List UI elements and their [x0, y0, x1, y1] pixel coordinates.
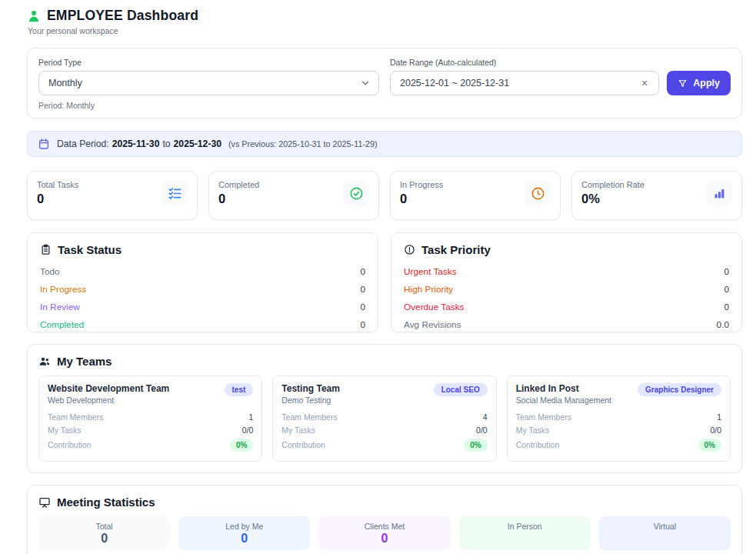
stat-card-label: Completed	[218, 180, 259, 189]
team-contribution-row: Contribution 0%	[48, 436, 253, 453]
checklist-icon	[162, 180, 188, 206]
team-tasks-value: 0/0	[242, 426, 254, 435]
users-icon	[38, 355, 51, 368]
stat-card: Total Tasks 0	[27, 171, 198, 220]
stat-card-label: Completion Rate	[581, 180, 644, 189]
task-priority-row: High Priority 0	[404, 280, 729, 298]
task-status-row-value: 0	[360, 302, 365, 312]
date-range-input[interactable]: 2025-12-01 ~ 2025-12-31 ×	[390, 71, 659, 95]
task-priority-row: Urgent Tasks 0	[404, 262, 729, 280]
task-status-row: Todo 0	[40, 262, 365, 280]
period-type-label: Period Type	[38, 58, 379, 67]
team-contribution-label: Contribution	[48, 440, 92, 449]
status-priority-row: Task Status Todo 0 In Progress 0 In Revi…	[27, 232, 742, 332]
task-status-row-value: 0	[360, 284, 365, 295]
team-members-label: Team Members	[48, 412, 103, 422]
stat-card-value: 0	[218, 192, 259, 206]
meeting-stat-tile: In Person	[459, 516, 591, 550]
meeting-statistics-panel: Meeting Statistics Total 0 Led by Me 0 C…	[27, 485, 742, 554]
team-members-label: Team Members	[516, 412, 571, 422]
team-members-row: Team Members 1	[516, 410, 721, 423]
task-priority-row-label: Overdue Tasks	[404, 302, 464, 312]
task-priority-row-value: 0	[724, 266, 729, 277]
task-status-title: Task Status	[58, 243, 122, 256]
stat-card-label: In Progress	[400, 180, 443, 189]
task-priority-row-value: 0.0	[717, 319, 729, 330]
team-members-value: 1	[248, 412, 253, 422]
task-status-row-label: Todo	[40, 266, 60, 277]
team-tasks-row: My Tasks 0/0	[281, 423, 487, 436]
chevron-down-icon	[360, 78, 371, 88]
presentation-board-icon	[38, 496, 51, 509]
team-role-badge: test	[225, 383, 254, 396]
task-status-panel: Task Status Todo 0 In Progress 0 In Revi…	[27, 232, 378, 332]
task-status-rows: Todo 0 In Progress 0 In Review 0 Complet…	[40, 262, 365, 333]
teams-row: Website Development Team Web Development…	[38, 375, 731, 462]
team-card: Website Development Team Web Development…	[38, 375, 262, 462]
team-tasks-row: My Tasks 0/0	[48, 423, 253, 436]
data-period-banner: Data Period: 2025-11-30 to 2025-12-30 (v…	[27, 131, 742, 157]
stat-card: Completed 0	[208, 171, 379, 220]
meeting-stat-tile: Led by Me 0	[178, 516, 310, 550]
meeting-stat-tile: Clients Met 0	[318, 516, 450, 550]
team-members-value: 4	[483, 412, 488, 422]
team-role-badge: Local SEO	[434, 383, 488, 396]
period-type-value: Monthly	[48, 78, 82, 88]
meeting-stat-label: Led by Me	[185, 522, 304, 531]
team-name: Linked In Post	[516, 383, 611, 394]
meeting-stat-tile: Total 0	[38, 516, 170, 550]
employee-user-icon	[27, 9, 41, 23]
task-status-row: In Progress 0	[40, 280, 365, 298]
meeting-stat-value: 0	[185, 532, 304, 546]
clipboard-icon	[40, 244, 52, 255]
team-contribution-badge: 0%	[230, 439, 253, 452]
team-contribution-row: Contribution 0%	[516, 436, 721, 453]
team-contribution-label: Contribution	[281, 440, 325, 449]
team-category: Social Media Management	[516, 395, 611, 405]
task-priority-row-value: 0	[724, 284, 729, 295]
apply-button-label: Apply	[693, 78, 720, 88]
data-period-comparison: (vs Previous: 2025-10-31 to 2025-11-29)	[228, 139, 378, 149]
bar-chart-icon	[706, 180, 732, 206]
team-contribution-badge: 0%	[464, 439, 487, 452]
task-status-row-label: Completed	[40, 319, 84, 330]
period-type-select[interactable]: Monthly	[38, 71, 379, 95]
stat-card-value: 0	[400, 192, 443, 206]
meeting-stat-label: Virtual	[605, 522, 724, 531]
filter-panel: Period Type Monthly Period: Monthly Date…	[27, 48, 742, 118]
team-role-badge: Graphics Designer	[638, 383, 721, 396]
stat-card: In Progress 0	[390, 171, 561, 220]
task-priority-title: Task Priority	[421, 243, 491, 256]
team-tasks-value: 0/0	[476, 426, 488, 435]
team-name: Testing Team	[281, 383, 340, 394]
team-members-value: 1	[717, 412, 721, 422]
team-tasks-label: My Tasks	[516, 426, 550, 435]
date-range-label: Date Range (Auto-calculated)	[390, 58, 731, 67]
my-teams-title: My Teams	[57, 355, 112, 368]
data-period-start: 2025-11-30	[112, 138, 160, 149]
stat-card-label: Total Tasks	[37, 180, 78, 189]
data-period-end: 2025-12-30	[174, 138, 221, 149]
task-status-row-value: 0	[360, 319, 365, 330]
data-period-text: Data Period: 2025-11-30 to 2025-12-30 (v…	[57, 138, 378, 149]
task-priority-row-label: Avg Revisions	[404, 319, 461, 330]
team-members-row: Team Members 1	[48, 410, 253, 423]
task-priority-row: Overdue Tasks 0	[404, 298, 729, 315]
task-priority-row: Avg Revisions 0.0	[404, 315, 729, 333]
team-tasks-row: My Tasks 0/0	[516, 423, 721, 436]
team-name: Website Development Team	[48, 383, 169, 394]
team-contribution-label: Contribution	[516, 440, 560, 449]
meeting-stat-value	[605, 532, 724, 546]
task-priority-panel: Task Priority Urgent Tasks 0 High Priori…	[391, 232, 742, 332]
stat-card: Completion Rate 0%	[571, 171, 742, 220]
task-status-row: Completed 0	[40, 315, 365, 333]
page-header: EMPLOYEE Dashboard Your personal workspa…	[27, 8, 742, 35]
data-period-prefix: Data Period:	[57, 138, 109, 149]
task-priority-rows: Urgent Tasks 0 High Priority 0 Overdue T…	[404, 262, 729, 333]
employee-dashboard-page: EMPLOYEE Dashboard Your personal workspa…	[27, 8, 742, 554]
apply-button[interactable]: Apply	[667, 71, 731, 95]
meeting-tiles-row: Total 0 Led by Me 0 Clients Met 0 In Per…	[38, 516, 731, 550]
team-contribution-row: Contribution 0%	[281, 436, 487, 453]
clear-date-icon[interactable]: ×	[638, 76, 651, 90]
calendar-icon	[38, 138, 50, 150]
